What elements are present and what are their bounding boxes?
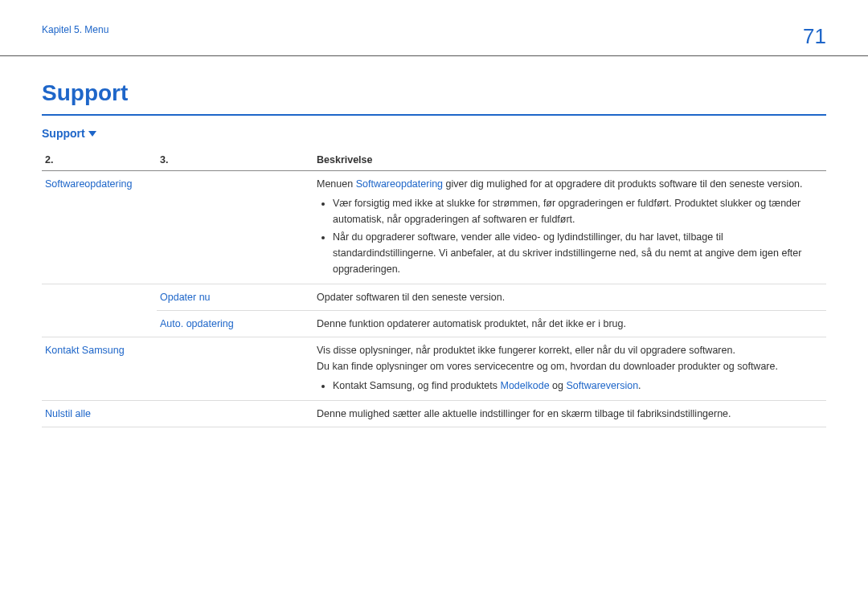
bullet-list: Kontakt Samsung, og find produktets Mode…: [317, 378, 823, 394]
desc-text: Du kan finde oplysninger om vores servic…: [317, 358, 823, 374]
page-header: Kapitel 5. Menu 71: [0, 0, 868, 55]
table-header-row: 2. 3. Beskrivelse: [42, 149, 826, 171]
menu-nulstil-alle: Nulstil alle: [45, 408, 91, 419]
title-underline: [42, 114, 826, 116]
chapter-label: Kapitel 5. Menu: [42, 24, 108, 35]
table-row: Opdater nu Opdater softwaren til den sen…: [42, 284, 826, 311]
cell-desc: Vis disse oplysninger, når produktet ikk…: [313, 337, 826, 401]
cell-desc: Denne mulighed sætter alle aktuelle inds…: [313, 401, 826, 427]
table-row: Kontakt Samsung Vis disse oplysninger, n…: [42, 337, 826, 401]
desc-text: Menuen: [317, 178, 356, 190]
section-subtitle: Support: [42, 127, 826, 140]
bullet-list: Vær forsigtig med ikke at slukke for str…: [317, 195, 823, 277]
cell-desc: Opdater softwaren til den seneste versio…: [313, 284, 826, 311]
bullet-item: Vær forsigtig med ikke at slukke for str…: [333, 195, 823, 227]
page: Kapitel 5. Menu 71 Support Support 2. 3.…: [0, 0, 868, 427]
menu-opdater-nu: Opdater nu: [160, 292, 211, 303]
bullet-item: Når du opgraderer software, vender alle …: [333, 229, 823, 277]
bullet-item: Kontakt Samsung, og find produktets Mode…: [333, 378, 823, 394]
triangle-down-icon: [88, 131, 96, 137]
table-row: Auto. opdatering Denne funktion opdatere…: [42, 311, 826, 337]
col-header-3: 3.: [157, 149, 313, 171]
inline-menu-softwareopdatering: Softwareopdatering: [356, 178, 443, 190]
desc-text: giver dig mulighed for at opgradere dit …: [443, 178, 802, 190]
cell-desc: Menuen Softwareopdatering giver dig muli…: [313, 171, 826, 284]
desc-text: .: [638, 380, 641, 391]
cell-desc: Denne funktion opdaterer automatisk prod…: [313, 311, 826, 337]
col-header-desc: Beskrivelse: [313, 149, 826, 171]
desc-text: Vis disse oplysninger, når produktet ikk…: [317, 342, 823, 358]
menu-auto-opdatering: Auto. opdatering: [160, 318, 234, 329]
menu-softwareopdatering: Softwareopdatering: [45, 178, 132, 190]
content: Support Support 2. 3. Beskrivelse Softwa…: [0, 80, 868, 427]
header-divider: [0, 55, 868, 56]
desc-text: Kontakt Samsung, og find produktets: [333, 380, 500, 391]
subtitle-text: Support: [42, 127, 85, 140]
page-number: 71: [803, 24, 826, 49]
desc-text: og: [550, 380, 567, 391]
support-table: 2. 3. Beskrivelse Softwareopdatering Men…: [42, 149, 826, 427]
table-row: Nulstil alle Denne mulighed sætter alle …: [42, 401, 826, 427]
menu-kontakt-samsung: Kontakt Samsung: [45, 345, 125, 356]
inline-menu-softwareversion: Softwareversion: [566, 380, 638, 391]
page-title: Support: [42, 80, 826, 106]
table-row: Softwareopdatering Menuen Softwareopdate…: [42, 171, 826, 284]
inline-menu-modelkode: Modelkode: [500, 380, 549, 391]
col-header-2: 2.: [42, 149, 157, 171]
